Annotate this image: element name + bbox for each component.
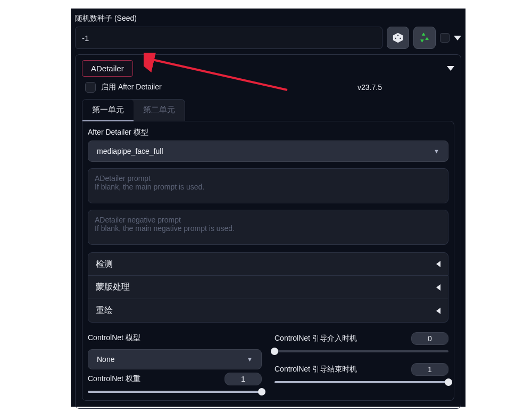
tab-unit-1[interactable]: 第一单元 [82,100,134,121]
seed-row [75,27,461,49]
cn-end-slider[interactable] [275,379,448,385]
chevron-down-icon: ▼ [247,356,253,362]
model-value: mediapipe_face_full [97,147,163,155]
adetailer-header: ADetailer [82,60,454,77]
model-select[interactable]: mediapipe_face_full ▼ [88,141,448,162]
extra-checkbox[interactable] [440,33,450,43]
svg-marker-0 [393,33,403,43]
accordion-inpaint[interactable]: 重绘 [88,299,448,323]
enable-row: 启用 After Detailer v23.7.5 [82,82,454,93]
cn-model-value: None [97,355,114,364]
adetailer-title[interactable]: ADetailer [82,60,133,77]
cn-model-select[interactable]: None ▼ [88,349,262,369]
svg-point-2 [395,38,396,39]
cn-guidance-col: ControlNet 引导介入时机 0 ControlNet 引导结束时机 1 [275,332,448,395]
seed-label: 随机数种子 (Seed) [75,14,461,23]
enable-label: 启用 After Detailer [101,83,162,92]
enable-checkbox[interactable] [85,82,96,93]
accordion-stack: 检测 蒙版处理 重绘 [88,252,448,323]
adetailer-section: ADetailer 启用 After Detailer v23.7.5 第一单元… [75,54,461,409]
dice-icon [392,32,404,44]
recycle-icon [419,32,430,44]
chevron-left-icon [436,261,440,267]
recycle-button[interactable] [413,27,436,49]
accordion-mask[interactable]: 蒙版处理 [88,276,448,299]
cn-model-label: ControlNet 模型 [88,333,262,343]
accordion-inpaint-label: 重绘 [96,305,113,316]
cn-weight-label: ControlNet 权重 [88,374,140,384]
chevron-down-icon: ▼ [434,148,439,154]
accordion-mask-label: 蒙版处理 [96,282,130,293]
svg-point-3 [400,38,401,39]
cn-end-value[interactable]: 1 [411,363,448,376]
cn-weight-value[interactable]: 1 [225,373,262,385]
controlnet-grid: ControlNet 模型 None ▼ ControlNet 权重 1 [88,332,448,395]
settings-panel: 随机数种子 (Seed) [71,9,466,407]
accordion-detection[interactable]: 检测 [88,252,448,276]
cn-start-slider[interactable] [275,348,448,355]
cn-start-value[interactable]: 0 [411,332,448,345]
seed-input[interactable] [75,27,383,49]
chevron-left-icon [436,284,440,291]
dice-button[interactable] [387,27,409,49]
chevron-left-icon [436,308,440,314]
adetailer-prompt[interactable]: ADetailer prompt If blank, the main prom… [88,168,448,203]
cn-start-label: ControlNet 引导介入时机 [275,334,357,343]
svg-point-1 [397,35,399,36]
adetailer-collapse-icon[interactable] [447,66,454,71]
expand-toggle-icon[interactable] [454,36,461,40]
unit-body: After Detailer 模型 mediapipe_face_full ▼ … [82,121,454,401]
unit-tabs: 第一单元 第二单元 [82,99,185,121]
model-label: After Detailer 模型 [88,128,448,137]
cn-weight-slider[interactable] [88,389,262,395]
accordion-detection-label: 检测 [96,259,113,270]
cn-model-col: ControlNet 模型 None ▼ ControlNet 权重 1 [88,332,262,395]
tab-unit-2[interactable]: 第二单元 [134,100,185,121]
cn-end-label: ControlNet 引导结束时机 [275,365,357,374]
version-label: v23.7.5 [358,83,382,92]
adetailer-negative-prompt[interactable]: ADetailer negative prompt If blank, the … [88,210,448,245]
